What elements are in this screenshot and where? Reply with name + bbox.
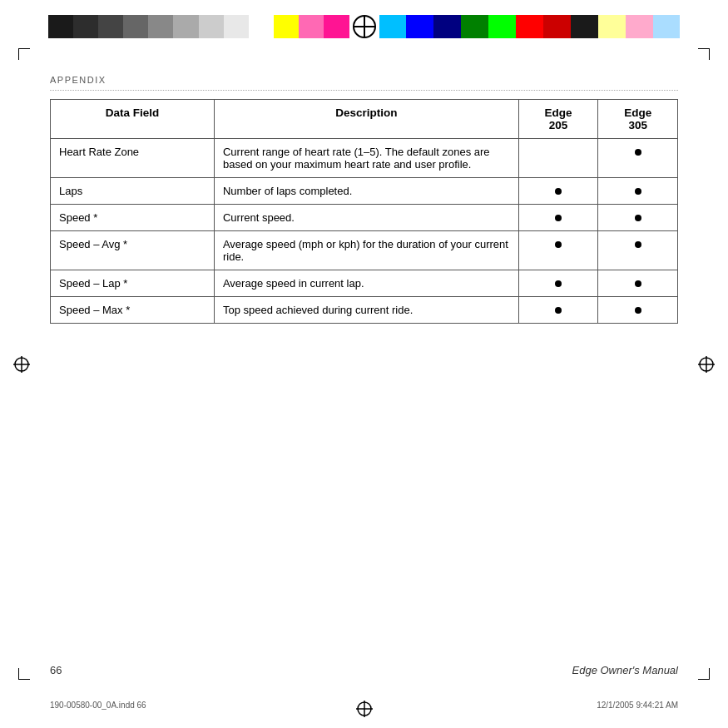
side-crosshair-right [698,356,715,373]
cell-edge205 [518,139,598,178]
bullet-icon [555,307,562,314]
bottom-crosshair [356,701,373,720]
cell-description: Average speed (mph or kph) for the durat… [214,231,518,270]
cell-edge305 [598,139,678,178]
cell-edge305 [598,205,678,231]
appendix-label: Appendix [50,75,678,91]
cell-edge205 [518,205,598,231]
cell-edge205 [518,231,598,270]
data-fields-table: Data Field Description Edge205 Edge305 H… [50,99,678,324]
bullet-icon [635,215,641,221]
bullet-icon [635,280,641,287]
cell-description: Average speed in current lap. [214,270,518,297]
print-date: 12/1/2005 9:44:21 AM [597,701,678,710]
side-crosshair-left [13,356,30,373]
cell-description: Current range of heart rate (1–5). The d… [214,139,518,178]
bullet-icon [635,307,641,314]
cell-edge205 [518,270,598,297]
table-row: Heart Rate ZoneCurrent range of heart ra… [51,139,678,178]
corner-mark-tr [698,48,710,60]
main-content: Appendix Data Field Description Edge205 … [50,75,678,653]
cell-field-name: Speed * [51,205,215,231]
registration-crosshair-top [353,15,376,38]
cell-edge305 [598,270,678,297]
bullet-icon [555,188,562,195]
cell-edge205 [518,178,598,205]
bullet-icon [555,241,562,248]
col-header-description: Description [214,100,518,139]
cell-field-name: Speed – Max * [51,297,215,324]
bullet-icon [635,188,641,195]
cell-field-name: Speed – Avg * [51,231,215,270]
corner-mark-tl [18,48,30,60]
corner-mark-br [698,668,710,680]
cell-edge205 [518,297,598,324]
cell-field-name: Speed – Lap * [51,270,215,297]
table-row: LapsNumber of laps completed. [51,178,678,205]
cell-edge305 [598,178,678,205]
print-file: 190-00580-00_0A.indd 66 [50,701,146,710]
page-footer: 66 Edge Owner's Manual [50,664,678,676]
bullet-icon [635,149,641,156]
cell-edge305 [598,297,678,324]
manual-title: Edge Owner's Manual [572,664,679,676]
page-number: 66 [50,664,62,676]
table-row: Speed – Max *Top speed achieved during c… [51,297,678,324]
cell-field-name: Heart Rate Zone [51,139,215,178]
color-registration-bar [48,15,681,38]
col-header-edge205: Edge205 [518,100,598,139]
cell-edge305 [598,231,678,270]
cell-field-name: Laps [51,178,215,205]
cell-description: Top speed achieved during current ride. [214,297,518,324]
cell-description: Current speed. [214,205,518,231]
corner-mark-bl [18,668,30,680]
bullet-icon [635,241,641,248]
cell-description: Number of laps completed. [214,178,518,205]
table-header-row: Data Field Description Edge205 Edge305 [51,100,678,139]
table-row: Speed – Avg *Average speed (mph or kph) … [51,231,678,270]
col-header-edge305: Edge305 [598,100,678,139]
col-header-data-field: Data Field [51,100,215,139]
table-row: Speed *Current speed. [51,205,678,231]
table-row: Speed – Lap *Average speed in current la… [51,270,678,297]
bullet-icon [555,280,562,287]
bullet-icon [555,215,562,221]
